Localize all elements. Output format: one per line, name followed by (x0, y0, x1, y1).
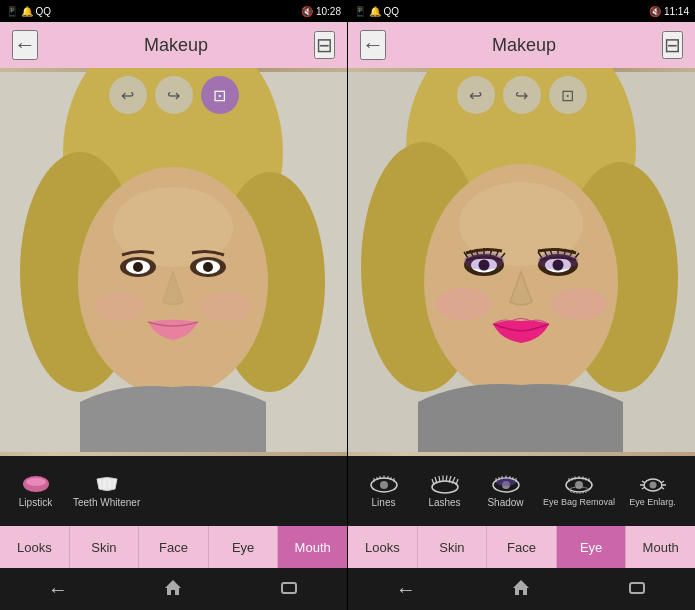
right-face-svg (348, 68, 695, 456)
left-face-svg (0, 68, 347, 456)
left-status-left: 📱 🔔 QQ (6, 6, 51, 17)
left-status-right: 🔇 10:28 (301, 6, 341, 17)
right-status-right: 🔇 11:14 (649, 6, 689, 17)
left-tab-face[interactable]: Face (139, 526, 209, 568)
left-tool-lipstick[interactable]: Lipstick (8, 470, 63, 512)
left-photo-placeholder (0, 68, 347, 456)
right-time: 11:14 (664, 6, 689, 17)
left-phone-panel: 📱 🔔 QQ 🔇 10:28 ← Makeup ⊟ (0, 0, 347, 610)
left-app-header: ← Makeup ⊟ (0, 22, 347, 68)
svg-point-14 (201, 292, 251, 322)
svg-rect-21 (282, 583, 296, 593)
svg-point-6 (113, 187, 233, 267)
left-back-button[interactable]: ← (12, 30, 38, 60)
left-bottom-bar: ← (0, 568, 347, 610)
left-save-button[interactable]: ⊟ (314, 31, 335, 59)
svg-marker-20 (165, 580, 181, 595)
left-mute-icon: 🔇 (301, 6, 313, 17)
left-status-bar: 📱 🔔 QQ 🔇 10:28 (0, 0, 347, 22)
left-nav-tabs: Looks Skin Face Eye Mouth (0, 526, 347, 568)
left-tool-teeth-label: Teeth Whitener (73, 497, 140, 508)
right-recent-button[interactable] (627, 578, 647, 601)
left-teeth-icon (92, 474, 122, 494)
right-app-title: Makeup (492, 35, 556, 56)
right-status-icons: 📱 🔔 QQ (354, 6, 399, 17)
right-undo-button[interactable]: ↩ (457, 76, 495, 114)
left-home-icon (163, 577, 183, 597)
left-lipstick-icon (21, 474, 51, 494)
right-lines-icon (369, 474, 399, 494)
svg-marker-50 (513, 580, 529, 595)
right-tool-shadow-label: Shadow (487, 497, 523, 508)
right-tool-lashes[interactable]: Lashes (417, 470, 472, 512)
svg-point-13 (95, 292, 145, 322)
right-back-nav-button[interactable]: ← (396, 578, 416, 601)
right-status-bar: 📱 🔔 QQ 🔇 11:14 (348, 0, 695, 22)
right-tool-shadow[interactable]: Shadow (478, 470, 533, 512)
right-app-header: ← Makeup ⊟ (348, 22, 695, 68)
svg-point-37 (435, 288, 491, 320)
right-tool-eyebag[interactable]: Eye Bag Removal (539, 471, 619, 512)
svg-point-12 (203, 262, 213, 272)
right-home-button[interactable] (511, 577, 531, 602)
right-bottom-bar: ← (348, 568, 695, 610)
right-tool-eyebag-label: Eye Bag Removal (543, 498, 615, 508)
left-status-icons: 📱 🔔 QQ (6, 6, 51, 17)
right-lashes-icon (430, 474, 460, 494)
svg-rect-51 (630, 583, 644, 593)
right-tab-skin[interactable]: Skin (418, 526, 488, 568)
right-tool-enlarge-label: Eye Enlarg. (629, 498, 676, 508)
svg-point-38 (551, 288, 607, 320)
svg-point-41 (432, 481, 458, 493)
left-photo-area: ↩ ↪ ⊡ (0, 68, 347, 456)
right-nav-tabs: Looks Skin Face Eye Mouth (348, 526, 695, 568)
right-tab-eye[interactable]: Eye (557, 526, 627, 568)
right-phone-panel: 📱 🔔 QQ 🔇 11:14 ← Makeup ⊟ (348, 0, 695, 610)
right-status-left: 📱 🔔 QQ (354, 6, 399, 17)
right-tab-mouth[interactable]: Mouth (626, 526, 695, 568)
left-recent-button[interactable] (279, 578, 299, 601)
right-tool-lines-label: Lines (372, 497, 396, 508)
left-time: 10:28 (316, 6, 341, 17)
right-action-buttons: ↩ ↪ ⊡ (457, 76, 587, 114)
right-home-icon (511, 577, 531, 597)
right-back-button[interactable]: ← (360, 30, 386, 60)
left-tool-lipstick-label: Lipstick (19, 497, 52, 508)
left-crop-button[interactable]: ⊡ (201, 76, 239, 114)
left-back-nav-button[interactable]: ← (48, 578, 68, 601)
left-tools-bar: Lipstick Teeth Whitener (0, 456, 347, 526)
left-tab-mouth[interactable]: Mouth (278, 526, 347, 568)
svg-point-11 (133, 262, 143, 272)
right-eyebag-icon (564, 475, 594, 495)
right-tool-enlarge[interactable]: Eye Enlarg. (625, 471, 680, 512)
svg-point-35 (464, 252, 504, 270)
right-tab-face[interactable]: Face (487, 526, 557, 568)
svg-point-49 (649, 481, 656, 488)
left-tool-teeth[interactable]: Teeth Whitener (69, 470, 144, 512)
left-recent-icon (279, 580, 299, 596)
right-recent-icon (627, 580, 647, 596)
right-crop-button[interactable]: ⊡ (549, 76, 587, 114)
left-tab-looks[interactable]: Looks (0, 526, 70, 568)
left-home-button[interactable] (163, 577, 183, 602)
svg-point-36 (538, 252, 578, 270)
right-tool-lines[interactable]: Lines (356, 470, 411, 512)
left-app-title: Makeup (144, 35, 208, 56)
right-tab-looks[interactable]: Looks (348, 526, 418, 568)
svg-point-40 (380, 481, 388, 489)
left-redo-button[interactable]: ↪ (155, 76, 193, 114)
right-photo-area: ↩ ↪ ⊡ (348, 68, 695, 456)
left-action-buttons: ↩ ↪ ⊡ (109, 76, 239, 114)
right-photo-placeholder (348, 68, 695, 456)
right-tools-bar: Lines Lashes Shadow (348, 456, 695, 526)
svg-point-46 (575, 481, 583, 489)
right-save-button[interactable]: ⊟ (662, 31, 683, 59)
left-tab-skin[interactable]: Skin (70, 526, 140, 568)
right-enlarge-icon (638, 475, 668, 495)
left-tab-eye[interactable]: Eye (209, 526, 279, 568)
left-undo-button[interactable]: ↩ (109, 76, 147, 114)
right-mute-icon: 🔇 (649, 6, 661, 17)
right-redo-button[interactable]: ↪ (503, 76, 541, 114)
right-shadow-icon (491, 474, 521, 494)
svg-point-16 (26, 478, 46, 486)
